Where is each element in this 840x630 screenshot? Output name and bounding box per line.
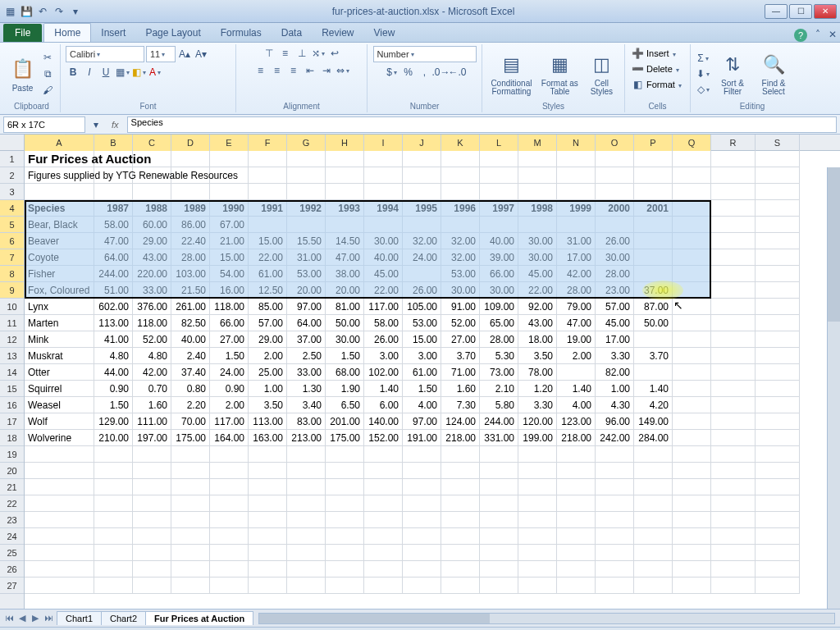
cell[interactable]: 244.00 (94, 266, 133, 282)
cell[interactable] (364, 217, 403, 233)
cell[interactable] (249, 446, 287, 463)
cell[interactable]: 91.00 (441, 299, 480, 315)
cell[interactable]: 58.00 (364, 315, 403, 331)
cell[interactable]: 61.00 (249, 266, 287, 282)
cell[interactable]: 199.00 (518, 430, 557, 446)
cell[interactable] (210, 463, 249, 479)
cell[interactable]: 96.00 (596, 413, 634, 430)
cell[interactable] (673, 184, 711, 200)
cell[interactable] (673, 364, 711, 381)
cell[interactable] (711, 528, 756, 545)
cell[interactable] (364, 528, 403, 545)
cell[interactable] (403, 528, 441, 545)
cell[interactable] (480, 545, 518, 561)
cell[interactable]: 37.00 (634, 282, 673, 299)
cell[interactable]: 22.00 (364, 282, 403, 299)
cell[interactable] (634, 266, 673, 282)
minimize-button[interactable]: — (765, 4, 788, 19)
cell[interactable] (557, 545, 596, 561)
cell-styles-button[interactable]: ◫Cell Styles (584, 52, 619, 96)
cell[interactable] (634, 151, 673, 167)
align-top-icon[interactable]: ⊤ (262, 46, 276, 61)
cell[interactable] (94, 545, 133, 561)
cell[interactable]: 20.00 (326, 282, 364, 299)
cell[interactable] (441, 495, 480, 512)
cell[interactable]: 4.80 (94, 348, 133, 364)
cell[interactable] (133, 561, 171, 578)
fill-icon[interactable]: ⬇ (696, 66, 710, 81)
cell[interactable] (711, 200, 756, 217)
cell[interactable] (711, 282, 756, 299)
cell[interactable] (756, 413, 800, 430)
cell[interactable]: 4.00 (403, 397, 441, 413)
cell[interactable] (673, 200, 711, 217)
cell[interactable] (441, 545, 480, 561)
cell[interactable] (673, 167, 711, 184)
col-header-E[interactable]: E (210, 135, 249, 151)
row-header-4[interactable]: 4 (0, 200, 24, 217)
cell[interactable] (210, 479, 249, 495)
cell[interactable]: 1990 (210, 200, 249, 217)
cell[interactable] (25, 578, 94, 594)
row-header-20[interactable]: 20 (0, 463, 24, 479)
cell[interactable]: 1.90 (326, 381, 364, 397)
cell[interactable]: 7.30 (441, 397, 480, 413)
cell[interactable]: 45.00 (596, 315, 634, 331)
cell[interactable]: 3.70 (634, 348, 673, 364)
cell[interactable] (711, 151, 756, 167)
cell[interactable] (518, 561, 557, 578)
row-header-11[interactable]: 11 (0, 315, 24, 331)
cell[interactable] (25, 184, 94, 200)
cell[interactable] (596, 512, 634, 528)
cell[interactable] (94, 495, 133, 512)
percent-format-icon[interactable]: % (401, 65, 416, 80)
cell[interactable] (634, 561, 673, 578)
cell[interactable] (480, 561, 518, 578)
cell[interactable] (326, 167, 364, 184)
cell[interactable] (171, 184, 210, 200)
cell[interactable] (557, 512, 596, 528)
cell[interactable]: 201.00 (326, 413, 364, 430)
cell[interactable] (249, 167, 287, 184)
row-header-16[interactable]: 16 (0, 397, 24, 413)
col-header-F[interactable]: F (249, 135, 287, 151)
cell[interactable] (210, 512, 249, 528)
cell[interactable] (673, 561, 711, 578)
cell[interactable] (673, 217, 711, 233)
cell[interactable]: Fur Prices at Auction (25, 151, 94, 167)
cell[interactable] (171, 151, 210, 167)
col-header-D[interactable]: D (171, 135, 210, 151)
cell[interactable]: 45.00 (364, 266, 403, 282)
cell[interactable]: 60.00 (133, 217, 171, 233)
cell[interactable] (210, 561, 249, 578)
cell[interactable]: 28.00 (557, 282, 596, 299)
cell[interactable] (133, 528, 171, 545)
cell[interactable]: 1.50 (403, 381, 441, 397)
cell[interactable] (249, 184, 287, 200)
cell[interactable]: 4.00 (557, 397, 596, 413)
cell[interactable]: 129.00 (94, 413, 133, 430)
cell[interactable] (171, 545, 210, 561)
row-header-13[interactable]: 13 (0, 348, 24, 364)
cell[interactable] (634, 463, 673, 479)
cell[interactable] (711, 266, 756, 282)
row-header-23[interactable]: 23 (0, 512, 24, 528)
row-header-10[interactable]: 10 (0, 299, 24, 315)
cell[interactable] (673, 249, 711, 266)
cell[interactable] (634, 446, 673, 463)
cell[interactable] (287, 528, 326, 545)
cell[interactable] (287, 545, 326, 561)
cell[interactable] (756, 299, 800, 315)
save-icon[interactable]: 💾 (20, 5, 33, 18)
cell[interactable] (711, 233, 756, 249)
cell[interactable] (171, 578, 210, 594)
cell[interactable] (756, 479, 800, 495)
cell[interactable]: 30.00 (596, 249, 634, 266)
cell[interactable]: 1995 (403, 200, 441, 217)
cell[interactable]: 4.20 (634, 397, 673, 413)
cell[interactable]: 15.50 (287, 233, 326, 249)
cell[interactable] (557, 151, 596, 167)
cell[interactable] (326, 217, 364, 233)
cell[interactable]: 26.00 (364, 331, 403, 348)
cell[interactable] (596, 446, 634, 463)
